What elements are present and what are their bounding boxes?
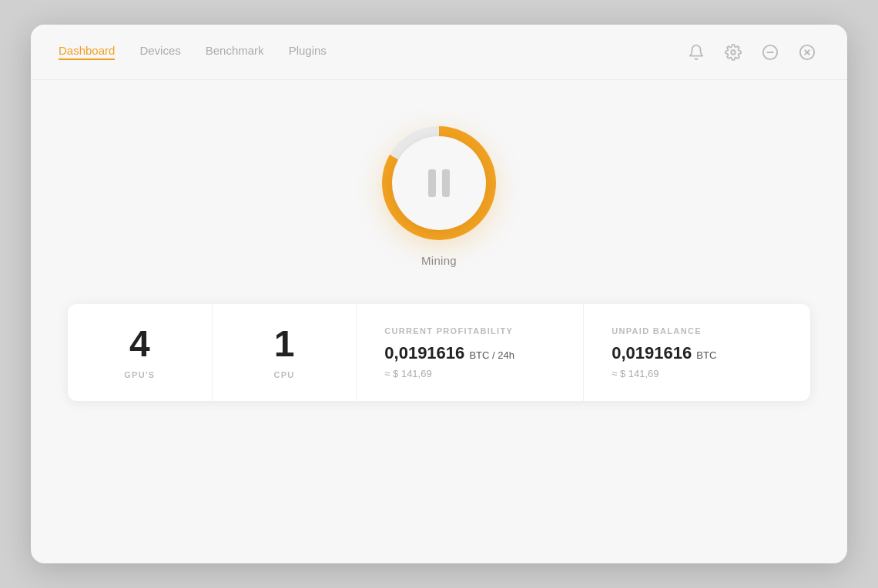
pause-icon xyxy=(428,169,450,197)
nav-left: Dashboard Devices Benchmark Plugins xyxy=(59,44,327,60)
bell-icon[interactable] xyxy=(684,40,709,65)
app-window: Dashboard Devices Benchmark Plugins xyxy=(31,25,847,563)
balance-value: 0,0191616 BTC xyxy=(612,343,716,363)
mining-button[interactable] xyxy=(382,126,496,240)
profitability-usd: ≈ $ 141,69 xyxy=(384,368,431,379)
pause-bar-right xyxy=(442,169,450,197)
gpu-stat-cell: 4 GPU'S xyxy=(68,304,213,401)
close-icon[interactable] xyxy=(795,40,819,65)
nav-item-dashboard[interactable]: Dashboard xyxy=(59,44,115,60)
profitability-header: CURRENT PROFITABILITY xyxy=(384,326,513,336)
main-content: Mining 4 GPU'S 1 CPU CURRENT PROFITABILI… xyxy=(31,80,847,563)
nav-item-benchmark[interactable]: Benchmark xyxy=(206,44,264,60)
pause-bar-left xyxy=(428,169,436,197)
gpu-count-value: 4 xyxy=(129,326,150,362)
cpu-stat-cell: 1 CPU xyxy=(213,304,357,401)
balance-usd: ≈ $ 141,69 xyxy=(612,368,658,379)
balance-header: UNPAID BALANCE xyxy=(612,326,702,336)
mining-section: Mining xyxy=(382,126,496,267)
nav-right xyxy=(684,40,819,65)
balance-cell: UNPAID BALANCE 0,0191616 BTC ≈ $ 141,69 xyxy=(584,304,810,401)
mining-status-label: Mining xyxy=(421,254,457,267)
svg-point-0 xyxy=(731,50,736,55)
nav-item-devices[interactable]: Devices xyxy=(139,44,180,60)
balance-unit: BTC xyxy=(696,349,716,361)
gpu-label: GPU'S xyxy=(124,370,155,379)
stats-row: 4 GPU'S 1 CPU CURRENT PROFITABILITY 0,01… xyxy=(68,304,810,401)
cpu-label: CPU xyxy=(273,370,294,379)
nav-bar: Dashboard Devices Benchmark Plugins xyxy=(31,25,847,80)
nav-item-plugins[interactable]: Plugins xyxy=(289,44,327,60)
profitability-cell: CURRENT PROFITABILITY 0,0191616 BTC / 24… xyxy=(357,304,584,401)
minimize-icon[interactable] xyxy=(758,40,782,65)
gear-icon[interactable] xyxy=(721,40,746,65)
mining-button-inner xyxy=(392,136,486,230)
cpu-count-value: 1 xyxy=(274,326,295,362)
profitability-value: 0,0191616 BTC / 24h xyxy=(384,343,514,363)
profitability-unit: BTC / 24h xyxy=(469,349,514,361)
